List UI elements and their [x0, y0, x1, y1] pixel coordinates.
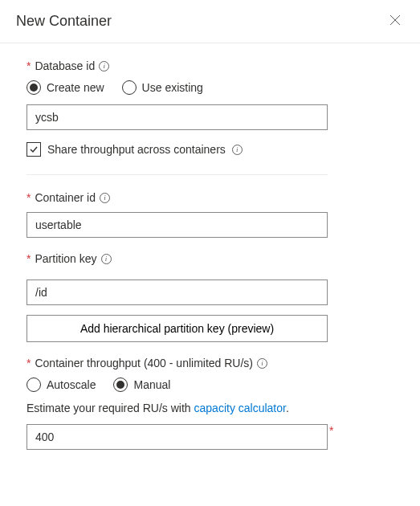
container-section: * Container id i [27, 191, 393, 238]
throughput-label: Container throughput (400 - unlimited RU… [35, 357, 253, 369]
throughput-section: * Container throughput (400 - unlimited … [27, 357, 393, 450]
panel-content: * Database id i Create new Use existing … [0, 43, 420, 450]
radio-manual[interactable]: Manual [113, 377, 170, 392]
share-throughput-checkbox[interactable] [27, 142, 41, 157]
close-button[interactable] [386, 11, 404, 31]
radio-manual-label: Manual [133, 378, 170, 391]
radio-create-new-label: Create new [47, 81, 104, 94]
section-divider [27, 174, 328, 175]
estimate-suffix: . [286, 402, 289, 414]
radio-icon [113, 377, 128, 392]
throughput-input-row: * [27, 424, 393, 450]
throughput-radio-group: Autoscale Manual [27, 377, 393, 392]
info-icon[interactable]: i [257, 358, 267, 369]
database-id-label: Database id [35, 59, 95, 72]
container-label-row: * Container id i [27, 191, 393, 204]
radio-icon [27, 80, 41, 95]
info-icon[interactable]: i [232, 145, 243, 155]
required-star: * [27, 191, 31, 204]
panel-title: New Container [16, 13, 112, 30]
throughput-input[interactable] [27, 424, 328, 450]
partition-key-input[interactable] [27, 280, 328, 305]
radio-icon [122, 80, 137, 95]
estimate-prefix: Estimate your required RU/s with [27, 402, 194, 414]
check-icon [29, 145, 39, 154]
required-star: * [27, 357, 31, 369]
info-icon[interactable]: i [99, 61, 109, 71]
required-star: * [329, 424, 333, 437]
required-star: * [27, 252, 31, 265]
partition-key-label: Partition key [35, 252, 96, 265]
radio-autoscale-label: Autoscale [47, 378, 96, 391]
throughput-label-row: * Container throughput (400 - unlimited … [27, 357, 393, 369]
container-id-input[interactable] [27, 212, 328, 238]
info-icon[interactable]: i [100, 193, 110, 203]
close-icon [389, 14, 401, 26]
radio-use-existing-label: Use existing [142, 81, 203, 94]
radio-icon [27, 377, 41, 392]
capacity-calculator-link[interactable]: capacity calculator [194, 402, 286, 414]
partition-label-row: * Partition key i [27, 252, 393, 265]
required-star: * [27, 59, 31, 72]
radio-use-existing[interactable]: Use existing [122, 80, 203, 95]
radio-autoscale[interactable]: Autoscale [27, 377, 96, 392]
radio-create-new[interactable]: Create new [27, 80, 104, 95]
container-id-label: Container id [35, 191, 96, 204]
database-label-row: * Database id i [27, 59, 393, 72]
panel-header: New Container [0, 0, 420, 43]
partition-section: * Partition key i Add hierarchical parti… [27, 252, 393, 342]
database-id-input[interactable] [27, 104, 328, 130]
estimate-text: Estimate your required RU/s with capacit… [27, 402, 393, 414]
add-hierarchical-button[interactable]: Add hierarchical partition key (preview) [27, 315, 328, 342]
database-section: * Database id i Create new Use existing … [27, 59, 393, 157]
info-icon[interactable]: i [101, 254, 112, 264]
share-throughput-row: Share throughput across containers i [27, 142, 393, 157]
database-radio-group: Create new Use existing [27, 80, 393, 95]
share-throughput-label: Share throughput across containers [47, 143, 226, 156]
